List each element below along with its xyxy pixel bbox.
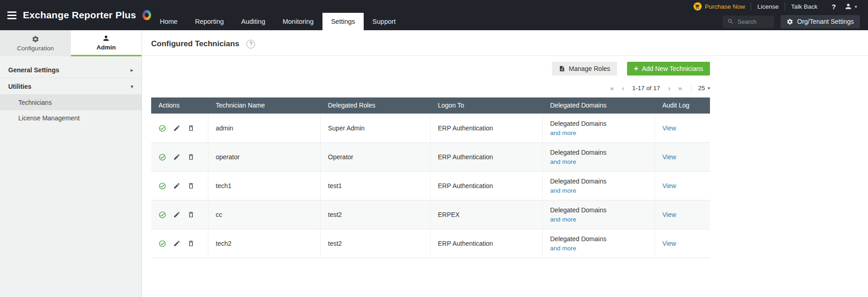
table-row: cc test2 ERPEX Delegated Domains and mor…: [151, 200, 710, 229]
pagination-first-button[interactable]: «: [606, 82, 617, 93]
delete-trash-icon[interactable]: [187, 153, 195, 161]
delegated-role-cell: Operator: [321, 143, 431, 171]
nav-settings[interactable]: Settings: [322, 13, 364, 30]
add-new-technicians-button[interactable]: + Add New Technicians: [627, 62, 710, 76]
table-row: operator Operator ERP Authentication Del…: [151, 142, 710, 171]
chevron-right-icon: ▸: [131, 67, 133, 73]
general-settings-label: General Settings: [8, 66, 59, 74]
main-nav: Home Reporting Auditing Monitoring Setti…: [151, 13, 868, 30]
domains-text: Delegated Domains: [550, 149, 606, 156]
edit-pencil-icon[interactable]: [173, 240, 180, 247]
view-audit-log-link[interactable]: View: [662, 182, 676, 189]
delegated-role-cell: test2: [321, 229, 431, 258]
user-caret-icon: ▾: [855, 4, 857, 9]
logon-to-cell: ERP Authentication: [431, 114, 543, 142]
and-more-link[interactable]: and more: [550, 216, 576, 223]
talk-back-link[interactable]: Talk Back: [785, 2, 824, 11]
pagination-next-button[interactable]: ›: [664, 82, 675, 93]
edit-pencil-icon[interactable]: [173, 211, 180, 218]
purchase-now-link[interactable]: Purchase Now: [688, 2, 751, 11]
tab-admin[interactable]: Admin: [71, 30, 142, 56]
delegated-domains-cell: Delegated Domains and more: [543, 143, 655, 171]
delete-trash-icon[interactable]: [187, 240, 195, 247]
logon-to-cell: ERP Authentication: [431, 229, 543, 258]
and-more-link[interactable]: and more: [550, 130, 576, 136]
manage-roles-button[interactable]: Manage Roles: [552, 62, 617, 76]
chevron-down-icon: ▾: [131, 83, 133, 90]
utility-row: Purchase Now License Talk Back ? ▾: [151, 0, 868, 13]
user-menu[interactable]: ▾: [844, 2, 859, 11]
nav-home[interactable]: Home: [151, 13, 186, 30]
table-row: tech1 test1 ERP Authentication Delegated…: [151, 171, 710, 200]
domains-text: Delegated Domains: [550, 206, 606, 214]
main-content: Configured Technicians ? Manage Roles + …: [142, 30, 868, 297]
sidebar-item-general-settings[interactable]: General Settings ▸: [0, 62, 142, 78]
sidebar-item-technicians[interactable]: Technicians: [0, 95, 142, 110]
pagination-prev-button[interactable]: ‹: [617, 82, 628, 93]
sidebar-item-license-management[interactable]: License Management: [0, 110, 142, 126]
table-row: admin Super Admin ERP Authentication Del…: [151, 113, 710, 142]
technician-name-cell: operator: [208, 143, 321, 171]
enable-check-icon[interactable]: [158, 211, 166, 219]
delete-trash-icon[interactable]: [187, 211, 195, 218]
brand-area: Exchange Reporter Plus: [0, 0, 151, 30]
delegated-domains-cell: Delegated Domains and more: [543, 114, 655, 142]
page-size-value: 25: [698, 85, 705, 92]
search-box[interactable]: [723, 16, 774, 28]
view-audit-log-link[interactable]: View: [662, 153, 676, 161]
row-actions-cell: [151, 114, 208, 142]
delegated-domains-cell: Delegated Domains and more: [543, 200, 655, 229]
enable-check-icon[interactable]: [158, 182, 166, 190]
table-header: Actions Technician Name Delegated Roles …: [151, 97, 710, 113]
plus-icon: +: [634, 65, 638, 73]
edit-pencil-icon[interactable]: [173, 153, 180, 161]
view-audit-log-link[interactable]: View: [662, 240, 676, 247]
license-link[interactable]: License: [751, 2, 785, 11]
view-audit-log-link[interactable]: View: [662, 211, 676, 218]
technician-name-cell: admin: [208, 114, 321, 142]
table-body: admin Super Admin ERP Authentication Del…: [151, 113, 710, 258]
sidebar-item-utilities[interactable]: Utilities ▾: [0, 78, 142, 95]
page-help-icon[interactable]: ?: [246, 40, 255, 49]
gear-icon: [786, 18, 793, 25]
toolbar: Manage Roles + Add New Technicians: [151, 62, 710, 76]
nav-support[interactable]: Support: [364, 13, 404, 30]
add-new-technicians-label: Add New Technicians: [642, 65, 703, 72]
header-audit-log: Audit Log: [655, 97, 710, 113]
header-actions: Actions: [151, 97, 208, 113]
edit-pencil-icon[interactable]: [173, 182, 180, 189]
sidebar: Configuration Admin General Settings ▸ U…: [0, 30, 142, 297]
edit-pencil-icon[interactable]: [173, 124, 180, 132]
admin-person-icon: [102, 34, 110, 42]
and-more-link[interactable]: and more: [550, 158, 576, 165]
logon-to-cell: ERP Authentication: [431, 143, 543, 171]
row-actions-cell: [151, 143, 208, 171]
and-more-link[interactable]: and more: [550, 245, 576, 252]
pagination-last-button[interactable]: »: [675, 82, 686, 93]
table-row: tech2 test2 ERP Authentication Delegated…: [151, 229, 710, 258]
row-actions-cell: [151, 200, 208, 229]
nav-reporting[interactable]: Reporting: [186, 13, 233, 30]
and-more-link[interactable]: and more: [550, 187, 576, 194]
page-size-dropdown[interactable]: 25 ▾: [691, 85, 710, 92]
logon-to-cell: ERP Authentication: [431, 172, 543, 200]
delete-trash-icon[interactable]: [187, 124, 195, 132]
delete-trash-icon[interactable]: [187, 182, 195, 189]
hamburger-menu-icon[interactable]: [7, 11, 16, 19]
view-audit-log-link[interactable]: View: [662, 124, 676, 132]
audit-log-cell: View: [655, 172, 710, 200]
technicians-table: Actions Technician Name Delegated Roles …: [151, 97, 710, 258]
enable-check-icon[interactable]: [158, 124, 166, 132]
nav-monitoring[interactable]: Monitoring: [274, 13, 322, 30]
help-icon[interactable]: ?: [824, 3, 844, 11]
org-tenant-settings-button[interactable]: Org/Tenant Settings: [781, 15, 860, 28]
tab-configuration[interactable]: Configuration: [0, 30, 71, 56]
page-title: Configured Technicians: [151, 39, 239, 49]
delegated-role-cell: Super Admin: [321, 114, 431, 142]
header-delegated-domains: Delegated Domains: [543, 97, 655, 113]
nav-auditing[interactable]: Auditing: [233, 13, 274, 30]
enable-check-icon[interactable]: [158, 240, 166, 248]
search-input[interactable]: [737, 18, 769, 26]
enable-check-icon[interactable]: [158, 153, 166, 161]
technician-name-cell: tech1: [208, 172, 321, 200]
